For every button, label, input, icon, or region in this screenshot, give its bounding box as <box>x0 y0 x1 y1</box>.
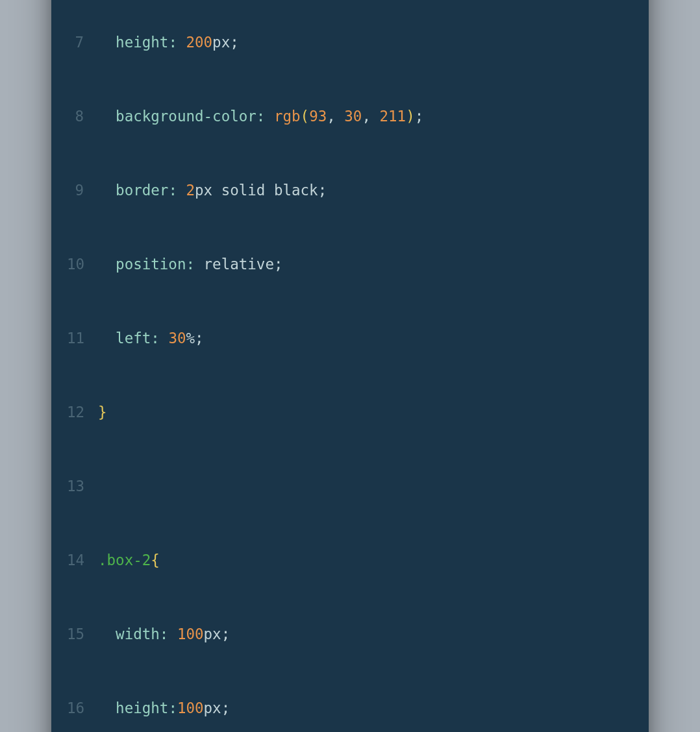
code-line: 14.box-2{ <box>67 548 625 572</box>
line-number: 15 <box>67 622 98 646</box>
code-content: border: 2px solid black; <box>98 178 625 202</box>
line-number: 11 <box>67 326 98 350</box>
code-content <box>98 474 625 498</box>
code-line: 13 <box>67 474 625 498</box>
code-content: height: 200px; <box>98 30 625 55</box>
code-content: width: 100px; <box>98 622 625 646</box>
line-number: 7 <box>67 30 98 55</box>
code-line: 12} <box>67 400 625 424</box>
line-number: 13 <box>67 474 98 498</box>
code-line: 10 position: relative; <box>67 252 625 276</box>
line-number: 10 <box>67 252 98 276</box>
code-line: 11 left: 30%; <box>67 326 625 350</box>
code-line: 7 height: 200px; <box>67 30 625 55</box>
code-content: position: relative; <box>98 252 625 276</box>
line-number: 16 <box>67 696 98 720</box>
code-window: 1body{ 2 background-color: aqua; 3} 4 5.… <box>51 0 649 732</box>
code-line: 16 height:100px; <box>67 696 625 720</box>
code-content: left: 30%; <box>98 326 625 350</box>
line-number: 12 <box>67 400 98 424</box>
code-line: 8 background-color: rgb(93, 30, 211); <box>67 104 625 128</box>
code-editor[interactable]: 1body{ 2 background-color: aqua; 3} 4 5.… <box>51 0 649 732</box>
code-line: 9 border: 2px solid black; <box>67 178 625 202</box>
code-content: .box-2{ <box>98 548 625 572</box>
line-number: 14 <box>67 548 98 572</box>
code-content: background-color: rgb(93, 30, 211); <box>98 104 625 128</box>
line-number: 8 <box>67 104 98 128</box>
code-content: height:100px; <box>98 696 625 720</box>
line-number: 9 <box>67 178 98 202</box>
code-line: 15 width: 100px; <box>67 622 625 646</box>
code-content: } <box>98 400 625 424</box>
